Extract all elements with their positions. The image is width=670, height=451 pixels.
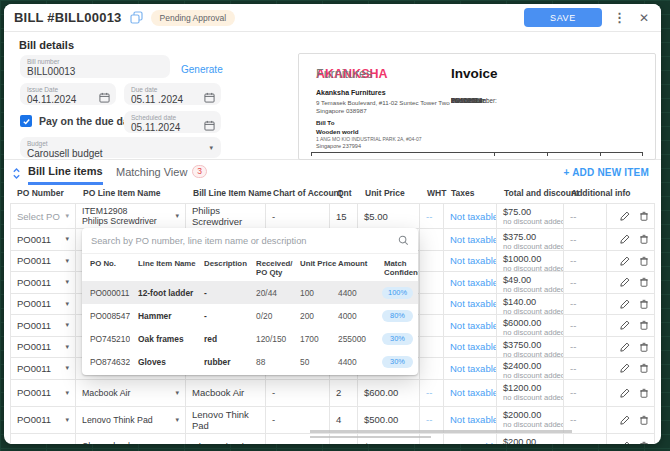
cell-wht[interactable] [420,315,444,336]
calendar-icon[interactable] [204,89,215,107]
field-label: Issue Date [27,86,109,93]
taxes-link[interactable]: Not taxable [444,315,497,336]
po-number-select[interactable]: PO0011▾ [10,358,76,379]
issue-date-field[interactable]: Issue Date 04.11.2024 [20,83,116,105]
po-number-select[interactable]: PO0011▾ [10,407,76,433]
delete-icon[interactable] [639,342,649,352]
taxes-link[interactable]: Not taxable [444,294,497,315]
edit-icon[interactable] [620,363,630,373]
po-number-select[interactable]: PO0011▾ [10,294,76,315]
delete-icon[interactable] [639,299,649,309]
cell-wht[interactable]: -- [420,380,444,406]
po-line-item-select[interactable]: ITEM12908Philips Screwdriver ▾ [76,204,186,228]
cell-wht[interactable] [420,294,444,315]
po-number-select[interactable]: Select PO▾ [10,204,76,228]
tab-matching-view[interactable]: Matching View 3 [116,165,207,178]
tab-bill-line-items[interactable]: Bill Line items [28,165,103,185]
cell-unit-price[interactable]: $5.00 [358,204,420,228]
dd-cell-description: - [196,311,248,321]
due-date-field[interactable]: Due date 05.11 .2024 [124,83,221,105]
delete-icon[interactable] [639,256,649,266]
po-line-item-select[interactable]: Macbook Air ▾ [76,380,186,406]
cell-total-and-discount: $140.00no discount added [497,294,564,315]
bill-number-field[interactable]: Bill number BILL00013 [20,55,170,78]
taxes-link[interactable]: Not taxable [444,272,497,293]
copy-icon[interactable] [130,11,143,24]
edit-icon[interactable] [620,299,630,309]
cell-chart-of-account[interactable]: - [266,380,330,406]
taxes-link[interactable]: Not taxable [444,229,497,250]
cell-chart-of-account[interactable]: - [266,204,330,228]
edit-icon[interactable] [620,234,630,244]
po-number-select[interactable]: PO0011▾ [10,315,76,336]
taxes-link[interactable]: Not taxable [444,204,497,228]
edit-icon[interactable] [620,415,630,425]
cell-unit-price[interactable]: $600.00 [358,380,420,406]
dropdown-row[interactable]: PO874632 Gloves rubber 88 50 4400 30% [82,350,418,373]
dropdown-row[interactable]: PO000011 12-foot ladder - 20/44 100 4400… [82,281,418,304]
unfold-sort-icon[interactable] [12,166,21,184]
cell-wht[interactable]: -- [420,407,444,433]
taxes-link[interactable]: Not taxable [444,358,497,379]
confidence-badge: 80% [382,310,413,322]
chevron-down-icon: ▾ [65,278,69,286]
cell-wht[interactable] [420,272,444,293]
edit-icon[interactable] [620,277,630,287]
bill-to-name: Wooden world [316,128,359,135]
taxes-link[interactable]: Not taxable [444,380,497,406]
edit-icon[interactable] [620,320,630,330]
kebab-menu-icon[interactable]: ⋮ [610,10,629,25]
calendar-icon[interactable] [99,89,110,107]
budget-select[interactable]: Budget Carousell budget ▾ [20,137,221,158]
pay-on-due-date-checkbox[interactable]: Pay on the due date [20,115,138,127]
delete-icon[interactable] [639,363,649,373]
add-new-item-button[interactable]: + ADD NEW ITEM [564,167,650,178]
save-button[interactable]: SAVE [524,8,602,27]
po-line-item-select[interactable]: Chromebook ▾ [76,434,186,445]
cell-chart-of-account[interactable]: - [266,407,330,433]
cell-wht[interactable]: -- [420,204,444,228]
chevron-down-icon: ▾ [65,212,69,220]
po-number-select[interactable]: PO0011▾ [10,251,76,272]
calendar-icon[interactable] [204,117,215,135]
delete-icon[interactable] [639,415,649,425]
po-number-select[interactable]: PO0011▾ [10,434,76,445]
cell-unit-price[interactable]: $500.00 [358,407,420,433]
cell-qnt[interactable]: 4 [330,407,358,433]
cell-total-and-discount: $1200.00no discount added [497,380,564,406]
taxes-link[interactable]: Not taxable [444,337,497,358]
edit-icon[interactable] [620,441,630,444]
taxes-link[interactable]: Not taxable [444,407,497,433]
scheduled-date-field[interactable]: Scheduled date 05.11.2024 [124,111,221,133]
edit-icon[interactable] [620,211,630,221]
po-number-select[interactable]: PO0011▾ [10,380,76,406]
dropdown-row[interactable]: PO008547 Hammer - 0/20 200 4000 80% [82,304,418,327]
checkbox-checked-icon[interactable] [20,115,32,127]
taxes-link[interactable]: Not taxable [444,251,497,272]
edit-icon[interactable] [620,342,630,352]
generate-link[interactable]: Generate [181,64,223,75]
dropdown-row[interactable]: PO745210 Oak frames red 120/150 1700 255… [82,327,418,350]
cell-wht[interactable] [420,229,444,250]
delete-icon[interactable] [639,277,649,287]
edit-icon[interactable] [620,388,630,398]
cell-wht[interactable] [420,358,444,379]
cell-wht[interactable] [420,337,444,358]
cell-qnt[interactable]: 15 [330,204,358,228]
po-number-select[interactable]: PO0011▾ [10,337,76,358]
delete-icon[interactable] [639,441,649,444]
cell-qnt[interactable]: 2 [330,380,358,406]
delete-icon[interactable] [639,320,649,330]
po-number-select[interactable]: PO0011▾ [10,229,76,250]
search-input[interactable] [91,236,392,246]
delete-icon[interactable] [639,234,649,244]
po-number-select[interactable]: PO0011▾ [10,272,76,293]
edit-icon[interactable] [620,256,630,266]
po-line-item-select[interactable]: Lenovo Think Pad ▾ [76,407,186,433]
cell-wht[interactable] [420,251,444,272]
row-actions [607,358,655,379]
delete-icon[interactable] [639,388,649,398]
close-icon[interactable]: ✕ [637,11,651,25]
delete-icon[interactable] [639,211,649,221]
col-header-total-and-discount: Total and discount [497,188,564,198]
